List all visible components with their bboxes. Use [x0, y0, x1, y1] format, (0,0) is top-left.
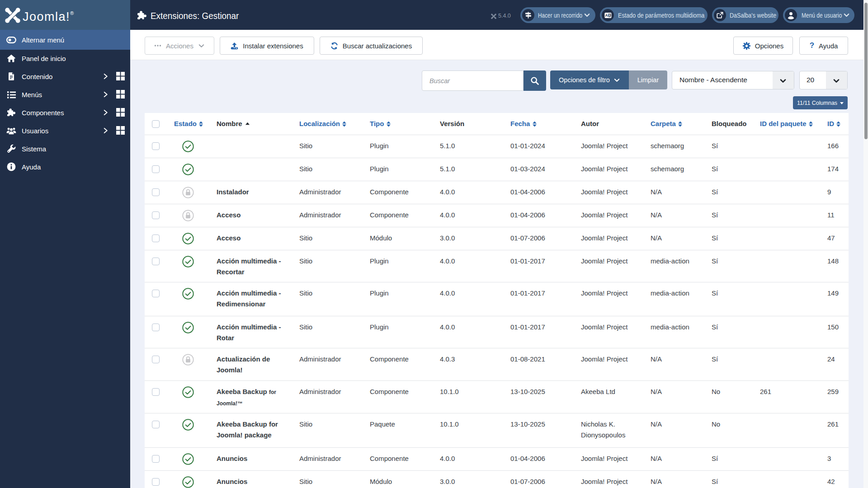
svg-text:文: 文 — [608, 14, 611, 17]
svg-text:A: A — [605, 13, 608, 18]
